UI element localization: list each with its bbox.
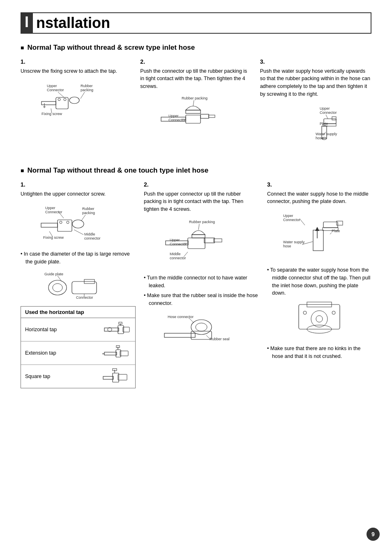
s2-separate-diagram	[267, 300, 371, 341]
svg-rect-29	[332, 117, 336, 120]
svg-text:Rubber: Rubber	[81, 84, 93, 88]
svg-point-94	[191, 320, 212, 334]
svg-text:Water supply: Water supply	[316, 132, 337, 136]
svg-rect-7	[56, 97, 68, 109]
svg-text:Fixing screw: Fixing screw	[42, 112, 62, 116]
svg-text:Guide plate: Guide plate	[44, 272, 63, 276]
svg-text:Upper: Upper	[283, 214, 293, 218]
svg-text:connector: connector	[84, 236, 101, 240]
svg-text:Rubber packing: Rubber packing	[189, 220, 215, 224]
svg-point-119	[303, 311, 307, 314]
svg-text:Middle: Middle	[84, 232, 95, 236]
s2-note1: • In case the diameter of the tap is lar…	[21, 250, 136, 266]
s2-step1-number: 1.	[21, 181, 136, 188]
section2-left: 1. Untighten the upper connector screw. …	[21, 181, 144, 388]
svg-text:hose: hose	[283, 244, 291, 248]
svg-rect-23	[201, 114, 209, 118]
svg-point-56	[48, 280, 67, 295]
step3-text: Push the water supply hose vertically up…	[260, 67, 371, 98]
step3-number: 3.	[260, 58, 371, 65]
svg-point-118	[316, 316, 323, 322]
svg-line-2	[58, 92, 64, 97]
svg-text:Fixing screw: Fixing screw	[43, 235, 64, 240]
step2-text: Push the connector up till the rubber pa…	[140, 67, 251, 90]
svg-line-5	[81, 92, 85, 99]
svg-line-16	[193, 100, 194, 106]
step2-number: 2.	[140, 58, 251, 65]
section1-steps: 1. Unscrew the fixing screw to attach th…	[21, 58, 371, 155]
svg-text:connector: connector	[170, 256, 186, 260]
section1-title: Normal Tap without thread & screw type i…	[21, 44, 371, 52]
step1-diagram: Upper Connector Rubber packing	[21, 79, 132, 124]
step2-diagram: Rubber packing Upper Connector	[140, 95, 251, 136]
section1-step1: 1. Unscrew the fixing screw to attach th…	[21, 58, 140, 155]
svg-line-53	[74, 230, 83, 235]
svg-text:Water supply: Water supply	[283, 240, 305, 244]
page: I nstallation Normal Tap without thread …	[0, 0, 392, 549]
svg-text:packing: packing	[81, 88, 93, 92]
svg-rect-76	[118, 374, 127, 380]
svg-text:Upper: Upper	[320, 106, 330, 111]
step1-text: Unscrew the fixing screw to attach the t…	[21, 67, 132, 75]
svg-point-117	[311, 311, 327, 327]
svg-rect-110	[313, 230, 323, 251]
tap-row-square: Square tap	[21, 365, 135, 388]
section2-middle: 2. Push the upper connector up till the …	[144, 181, 267, 388]
s2-bullet2: • Make sure that the rubber seal is insi…	[144, 292, 259, 307]
svg-rect-22	[186, 115, 201, 123]
svg-rect-6	[42, 101, 56, 105]
svg-line-27	[326, 115, 328, 119]
svg-point-9	[64, 98, 66, 101]
svg-rect-81	[192, 235, 205, 238]
svg-rect-86	[188, 238, 205, 249]
tap-icon-extension	[98, 345, 131, 361]
tap-icon-horizontal	[98, 321, 131, 338]
svg-point-8	[58, 98, 60, 101]
section1-step2: 2. Push the connector up till the rubber…	[140, 58, 260, 155]
tap-table: Used the horizontal tap Horizontal tap	[21, 306, 136, 388]
s2-bullet4: • Make sure that there are no kinks in t…	[267, 345, 371, 360]
svg-text:Connector: Connector	[283, 218, 300, 222]
step1-number: 1.	[21, 58, 132, 65]
tap-icon-square	[98, 368, 131, 385]
section1-step3: 3. Push the water supply hose vertically…	[260, 58, 371, 155]
svg-text:Rubber packing: Rubber packing	[182, 96, 208, 100]
svg-text:Connector: Connector	[170, 242, 187, 246]
section2-content: 1. Untighten the upper connector screw. …	[21, 181, 371, 388]
svg-rect-96	[164, 333, 195, 337]
svg-text:Connector: Connector	[76, 295, 93, 300]
s2-step2-text: Push the upper connector up till the rub…	[144, 190, 259, 213]
s2-step1-text: Untighten the upper connector screw.	[21, 190, 136, 198]
svg-text:Rubber: Rubber	[82, 207, 95, 211]
s2-step3-number: 3.	[267, 181, 371, 188]
svg-text:Middle: Middle	[170, 252, 181, 256]
svg-rect-88	[214, 239, 222, 242]
svg-point-120	[332, 311, 335, 314]
svg-rect-74	[103, 376, 113, 379]
svg-rect-104	[337, 221, 343, 225]
svg-line-43	[81, 215, 85, 221]
svg-text:Hose connector: Hose connector	[168, 315, 194, 319]
section2-right: 3. Connect the water supply hose to the …	[267, 181, 371, 388]
svg-text:Plate: Plate	[332, 229, 340, 233]
s2-step1-diagram: Upper Connector Rubber packing	[21, 202, 136, 247]
header-letter: I	[21, 12, 33, 34]
svg-text:Upper: Upper	[47, 84, 57, 88]
s2-step3-diagram: Upper Connector Plate	[267, 210, 371, 263]
page-header: I nstallation	[21, 12, 371, 34]
svg-text:Connector: Connector	[320, 111, 337, 115]
svg-point-57	[53, 284, 62, 292]
svg-line-106	[330, 233, 332, 234]
section1: Normal Tap without thread & screw type i…	[21, 44, 371, 155]
tap-label-horizontal: Horizontal tap	[25, 327, 94, 332]
page-number: 9	[367, 528, 380, 541]
svg-point-47	[60, 221, 62, 224]
svg-rect-114	[299, 304, 340, 329]
svg-line-99	[206, 335, 210, 339]
svg-point-10	[69, 97, 79, 104]
s2-bullet1: • Turn the middle connector not to have …	[144, 274, 259, 290]
s2-step3-text: Connect the water supply hose to the mid…	[267, 190, 371, 206]
tap-row-extension: Extension tap	[21, 341, 135, 365]
section2: Normal Tap without thread & one touch ty…	[21, 166, 371, 388]
tap-row-horizontal: Horizontal tap	[21, 318, 135, 341]
